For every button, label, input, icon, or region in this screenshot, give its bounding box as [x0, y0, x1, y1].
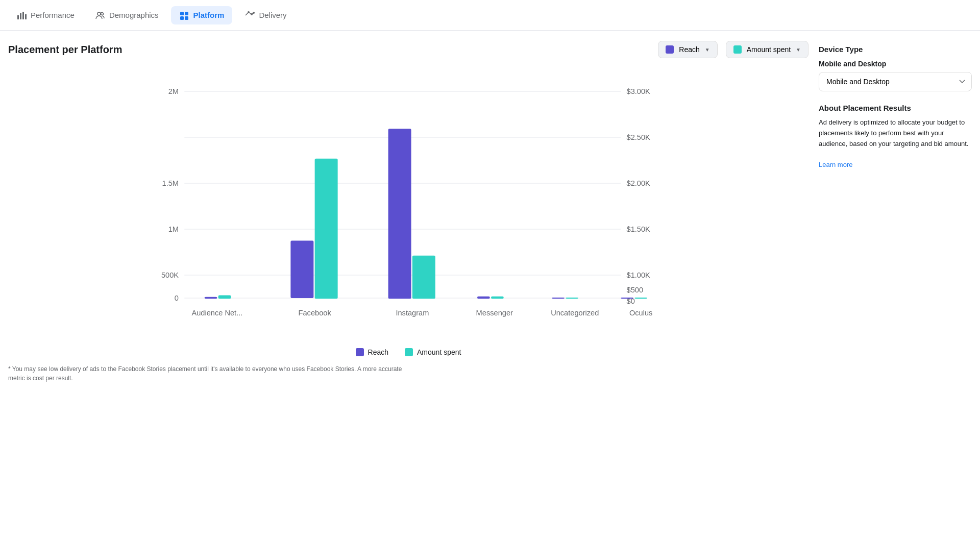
svg-rect-39 [552, 298, 565, 299]
svg-point-5 [101, 12, 103, 15]
amount-color-swatch [733, 45, 742, 54]
legend-amount-spent: Amount spent [405, 348, 461, 356]
svg-rect-1 [20, 13, 21, 19]
svg-rect-42 [634, 298, 647, 299]
chart-container: 2M 1.5M 1M 500K 0 $3.00K $2.50K $2.00K $… [8, 68, 808, 344]
nav-delivery-label: Delivery [259, 11, 286, 19]
nav-demographics-label: Demographics [109, 11, 159, 19]
svg-rect-9 [185, 16, 188, 20]
svg-rect-40 [566, 298, 578, 299]
reach-legend-swatch [356, 348, 364, 356]
nav-bar: Performance Demographics Platform Delive… [0, 0, 980, 31]
device-type-title: Device Type [819, 45, 972, 54]
svg-rect-2 [22, 12, 24, 19]
svg-rect-8 [180, 16, 184, 20]
demographics-icon [95, 10, 105, 20]
about-section: About Placement Results Ad delivery is o… [819, 104, 972, 170]
chart-legend: Reach Amount spent [8, 348, 808, 356]
svg-rect-31 [205, 297, 217, 299]
delivery-icon [244, 10, 255, 20]
svg-text:0: 0 [175, 294, 179, 302]
svg-rect-0 [17, 15, 19, 19]
nav-item-performance[interactable]: Performance [8, 6, 83, 24]
reach-color-swatch [666, 45, 674, 54]
svg-text:Oculus: Oculus [629, 309, 652, 317]
svg-point-4 [97, 12, 101, 15]
svg-rect-3 [25, 14, 27, 19]
svg-rect-33 [290, 241, 313, 299]
nav-item-demographics[interactable]: Demographics [87, 6, 167, 24]
svg-rect-6 [180, 12, 184, 15]
svg-text:500K: 500K [161, 271, 179, 279]
svg-rect-32 [218, 295, 231, 299]
svg-rect-7 [185, 12, 188, 15]
svg-text:$500: $500 [627, 286, 644, 294]
svg-rect-38 [491, 297, 504, 299]
svg-point-10 [248, 11, 250, 13]
svg-text:Facebook: Facebook [299, 309, 332, 317]
svg-rect-34 [315, 159, 338, 299]
svg-point-12 [253, 12, 255, 14]
amount-chevron-icon: ▼ [796, 47, 801, 53]
svg-text:Messenger: Messenger [476, 309, 513, 317]
amount-legend-label: Amount spent [417, 348, 461, 356]
about-text: Ad delivery is optimized to allocate you… [819, 117, 972, 170]
amount-spent-metric-button[interactable]: Amount spent ▼ [726, 41, 808, 58]
amount-spent-label: Amount spent [747, 45, 791, 54]
chart-footnote: * You may see low delivery of ads to the… [8, 364, 406, 383]
reach-chevron-icon: ▼ [705, 47, 710, 53]
nav-item-platform[interactable]: Platform [171, 6, 233, 24]
svg-rect-35 [388, 129, 411, 299]
svg-text:$3.00K: $3.00K [627, 87, 651, 95]
platform-icon [179, 10, 189, 20]
svg-point-11 [251, 13, 253, 15]
nav-platform-label: Platform [193, 11, 225, 19]
performance-icon [16, 10, 27, 20]
about-title: About Placement Results [819, 104, 972, 112]
svg-text:$1.50K: $1.50K [627, 225, 651, 233]
chart-area: Placement per Platform Reach ▼ Amount sp… [8, 41, 808, 383]
main-content: Placement per Platform Reach ▼ Amount sp… [0, 31, 980, 393]
svg-text:Uncategorized: Uncategorized [551, 309, 599, 317]
reach-label: Reach [679, 45, 699, 54]
reach-metric-button[interactable]: Reach ▼ [658, 41, 717, 58]
svg-text:$2.00K: $2.00K [627, 179, 651, 187]
device-type-select[interactable]: Mobile and Desktop Mobile Only Desktop O… [819, 72, 972, 91]
device-selected-text: Mobile and Desktop [819, 60, 972, 68]
svg-text:$1.00K: $1.00K [627, 271, 651, 279]
amount-legend-swatch [405, 348, 413, 356]
nav-performance-label: Performance [31, 11, 75, 19]
chart-header: Placement per Platform Reach ▼ Amount sp… [8, 41, 808, 58]
svg-text:Audience Net...: Audience Net... [191, 309, 242, 317]
svg-rect-37 [477, 297, 490, 299]
svg-text:Instagram: Instagram [396, 309, 429, 317]
reach-legend-label: Reach [368, 348, 388, 356]
chart-title: Placement per Platform [8, 44, 650, 56]
svg-rect-36 [412, 256, 435, 299]
svg-text:1.5M: 1.5M [162, 179, 179, 187]
svg-text:2M: 2M [168, 87, 179, 95]
svg-text:$2.50K: $2.50K [627, 133, 651, 141]
nav-item-delivery[interactable]: Delivery [236, 6, 295, 24]
svg-rect-41 [621, 298, 633, 299]
chart-svg: 2M 1.5M 1M 500K 0 $3.00K $2.50K $2.00K $… [8, 68, 808, 344]
learn-more-link[interactable]: Learn more [819, 161, 852, 168]
legend-reach: Reach [356, 348, 388, 356]
right-panel: Device Type Mobile and Desktop Mobile an… [819, 41, 972, 383]
svg-text:1M: 1M [168, 225, 179, 233]
